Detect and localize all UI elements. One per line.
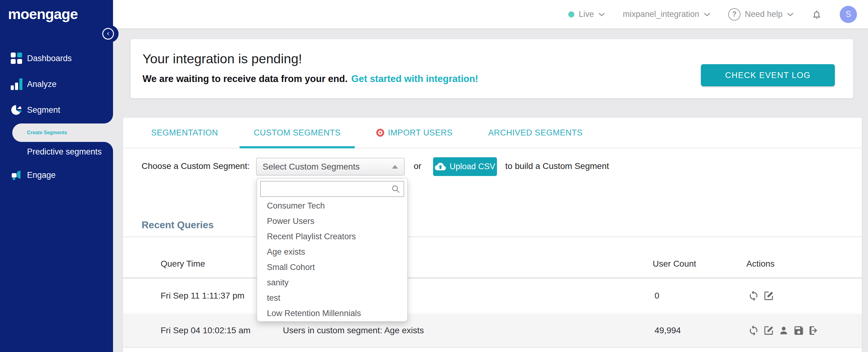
column-header-query-time: Query Time xyxy=(161,259,205,269)
chevron-down-icon xyxy=(787,12,794,17)
refresh-icon[interactable] xyxy=(748,290,759,301)
user-icon[interactable] xyxy=(778,325,789,336)
engage-megaphone-icon xyxy=(11,169,23,181)
search-icon xyxy=(391,185,400,193)
tab-segmentation[interactable]: SEGMENTATION xyxy=(137,118,232,148)
dropdown-option[interactable]: sanity xyxy=(257,275,407,290)
user-count-cell: 49,994 xyxy=(654,326,681,335)
pill-curve-top xyxy=(104,114,113,124)
select-value: Select Custom Segments xyxy=(262,162,360,172)
dropdown-option[interactable]: Low Retention Millennials xyxy=(257,306,407,321)
upload-csv-button[interactable]: Upload CSV xyxy=(433,157,497,176)
top-bar: Live mixpanel_integration ? Need help S xyxy=(113,0,868,29)
sidebar-item-dashboards[interactable]: Dashboards xyxy=(0,49,113,68)
check-event-log-button[interactable]: CHECK EVENT LOG xyxy=(701,64,835,86)
sidebar-item-label: Create Segments xyxy=(27,130,67,135)
sidebar-item-create-segments[interactable]: Create Segments xyxy=(12,124,113,142)
import-users-target-icon xyxy=(376,129,384,137)
choose-custom-segment-label: Choose a Custom Segment: xyxy=(142,161,250,171)
dropdown-option-list: Consumer Tech Power Users Recent Playlis… xyxy=(257,198,407,321)
or-text: or xyxy=(414,161,422,171)
notifications-bell-icon[interactable] xyxy=(811,9,822,20)
tab-import-users[interactable]: IMPORT USERS xyxy=(362,118,467,148)
user-count-cell: 0 xyxy=(654,291,659,301)
build-segment-suffix: to build a Custom Segment xyxy=(505,161,609,171)
user-avatar[interactable]: S xyxy=(840,6,857,23)
upload-csv-label: Upload CSV xyxy=(450,162,495,171)
dropdown-option[interactable]: Power Users xyxy=(257,214,407,229)
sidebar-item-label: Dashboards xyxy=(27,54,72,63)
export-icon[interactable] xyxy=(808,325,819,336)
tab-archived-segments[interactable]: ARCHIVED SEGMENTS xyxy=(474,118,597,148)
banner-subtitle-text: We are waiting to receive data from your… xyxy=(143,73,348,84)
analyze-bars-icon xyxy=(11,78,23,90)
query-time-cell: Fri Sep 11 1:11:37 pm xyxy=(161,291,245,301)
sidebar-item-label: Segment xyxy=(27,105,60,115)
edit-icon[interactable] xyxy=(763,325,774,336)
custom-segment-select[interactable]: Select Custom Segments xyxy=(256,158,404,175)
integration-pending-banner: Your integration is pending! We are wait… xyxy=(130,39,853,98)
section-divider xyxy=(123,236,862,237)
sidebar: moengage Dashboards Analyze Segment Crea… xyxy=(0,0,113,352)
row-actions xyxy=(748,290,774,301)
environment-label: Live xyxy=(579,9,594,19)
cloud-upload-icon xyxy=(435,163,446,171)
tab-label: ARCHIVED SEGMENTS xyxy=(488,128,583,138)
column-header-user-count: User Count xyxy=(653,259,696,269)
sidebar-item-engage[interactable]: Engage xyxy=(0,166,113,184)
chevron-down-icon xyxy=(598,12,605,17)
avatar-initial: S xyxy=(845,9,851,19)
environment-switcher[interactable]: Live xyxy=(568,9,605,19)
banner-subtitle: We are waiting to receive data from your… xyxy=(143,73,478,85)
segment-pie-icon xyxy=(11,104,23,116)
banner-title: Your integration is pending! xyxy=(143,51,302,66)
help-menu[interactable]: ? Need help xyxy=(728,8,794,21)
save-icon[interactable] xyxy=(793,325,804,336)
table-row: Fri Sep 11 1:11:37 pm 0 xyxy=(123,279,862,313)
tab-custom-segments[interactable]: CUSTOM SEGMENTS xyxy=(240,118,355,148)
tab-label: SEGMENTATION xyxy=(151,128,218,138)
dropdown-option[interactable]: Age exists xyxy=(257,244,407,260)
column-header-actions: Actions xyxy=(746,259,775,269)
chevron-down-icon xyxy=(704,12,710,17)
sidebar-collapse-button[interactable]: ‹ xyxy=(102,28,114,40)
tab-bar: SEGMENTATION CUSTOM SEGMENTS IMPORT USER… xyxy=(123,118,862,148)
row-actions xyxy=(748,325,819,336)
edit-icon[interactable] xyxy=(763,290,774,301)
query-description-cell: Users in custom segment: Age exists xyxy=(283,326,424,335)
sidebar-item-analyze[interactable]: Analyze xyxy=(0,75,113,93)
dropdown-option[interactable]: test xyxy=(257,290,407,306)
app-switcher[interactable]: mixpanel_integration xyxy=(623,9,710,19)
get-started-link[interactable]: Get started with integration! xyxy=(351,73,478,84)
sidebar-item-label: Predictive segments xyxy=(27,147,102,157)
help-label: Need help xyxy=(745,9,783,19)
recent-queries-title: Recent Queries xyxy=(142,219,214,231)
table-row: Fri Sep 04 10:02:15 am Users in custom s… xyxy=(123,314,862,348)
dropdown-option[interactable]: Recent Playlist Creators xyxy=(257,229,407,244)
query-time-cell: Fri Sep 04 10:02:15 am xyxy=(161,326,251,335)
sidebar-item-segment[interactable]: Segment xyxy=(0,101,113,119)
caret-up-icon xyxy=(392,165,398,169)
tab-label: CUSTOM SEGMENTS xyxy=(254,128,341,138)
moengage-app: Live mixpanel_integration ? Need help S … xyxy=(0,0,868,352)
dashboards-grid-icon xyxy=(11,53,23,64)
custom-segment-dropdown: Consumer Tech Power Users Recent Playlis… xyxy=(257,178,408,322)
dropdown-search-input[interactable] xyxy=(261,182,404,196)
refresh-icon[interactable] xyxy=(748,325,759,336)
sidebar-item-label: Analyze xyxy=(27,79,57,89)
moengage-logo: moengage xyxy=(8,5,78,23)
dropdown-search-box xyxy=(260,181,404,197)
app-name: mixpanel_integration xyxy=(623,9,700,19)
question-circle-icon: ? xyxy=(728,8,741,21)
dropdown-option[interactable]: Consumer Tech xyxy=(257,198,407,214)
dropdown-option[interactable]: Small Cohort xyxy=(257,260,407,275)
sidebar-item-label: Engage xyxy=(27,170,56,180)
live-status-dot xyxy=(568,11,575,18)
tab-label: IMPORT USERS xyxy=(388,128,453,138)
sidebar-item-predictive-segments[interactable]: Predictive segments xyxy=(0,143,113,160)
